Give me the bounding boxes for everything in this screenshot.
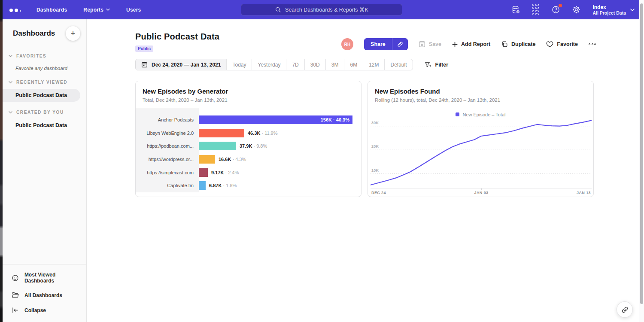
section-label: RECENTLY VIEWED (16, 80, 67, 85)
preset-yesterday[interactable]: Yesterday (252, 59, 286, 70)
chevron-down-icon (630, 8, 635, 12)
x-tick-label: DEC 24 (371, 191, 386, 195)
nav-item-label: Dashboards (36, 7, 67, 13)
bar[interactable] (199, 168, 208, 177)
date-range-label: Dec 24, 2020 — Jan 13, 2021 (152, 62, 221, 68)
preset-7d[interactable]: 7D (286, 59, 304, 70)
page-title: Public Podcast Data (135, 32, 219, 42)
sidebar-item-public-podcast-data[interactable]: Public Podcast Data (3, 89, 80, 102)
bar-row[interactable]: Captivate.fm6.87K · 1.8% (136, 179, 361, 192)
main-content: Public Podcast Data Public RH Share Save… (87, 19, 644, 322)
share-button[interactable]: Share (364, 38, 408, 50)
section-created-by-you[interactable]: CREATED BY YOU (3, 110, 86, 115)
section-favorites[interactable]: FAVORITES (3, 54, 86, 58)
bar-category-label: Libsyn WebEngine 2.0 (136, 131, 199, 136)
nav-item-users[interactable]: Users (126, 7, 141, 13)
nav-item-dashboards[interactable]: Dashboards (36, 7, 67, 13)
date-range-picker[interactable]: Dec 24, 2020 — Jan 13, 2021 (136, 59, 227, 70)
search-placeholder: Search Dashboards & Reports ⌘K (285, 6, 368, 13)
app-logo-icon[interactable] (9, 8, 21, 12)
bar-row[interactable]: https://wordpress.or...16.6K · 4.3% (136, 153, 361, 166)
copy-link-button[interactable] (392, 38, 408, 50)
footer-label: Collapse (24, 307, 46, 313)
bar-row[interactable]: Libsyn WebEngine 2.046.3K · 11.9% (136, 127, 361, 140)
bar-category-label: Captivate.fm (136, 183, 199, 188)
preset-30d[interactable]: 30D (305, 59, 326, 70)
card-new-episodes-found[interactable]: New Episodes Found Rolling (12 hours), t… (368, 81, 594, 197)
nav-item-reports[interactable]: Reports (83, 7, 110, 13)
section-recently-viewed[interactable]: RECENTLY VIEWED (3, 80, 86, 85)
calendar-icon (141, 61, 148, 68)
save-button[interactable]: Save (419, 41, 441, 48)
preset-12m[interactable]: 12M (363, 59, 385, 70)
preset-6m[interactable]: 6M (344, 59, 363, 70)
report-cards: New Episodes by Generator Total, Dec 24t… (135, 81, 594, 197)
chevron-down-icon (9, 111, 12, 114)
sidebar-title: Dashboards (13, 29, 55, 38)
nav-right-cluster: Index All Project Data (511, 0, 635, 19)
bar-row[interactable]: https://podbean.com...37.9K · 9.8% (136, 140, 361, 153)
footer-label: All Dashboards (24, 292, 62, 298)
chart-legend[interactable]: New Episode – Total (368, 108, 593, 118)
sidebar-item-public-podcast-data-created[interactable]: Public Podcast Data (3, 119, 86, 132)
save-icon (419, 41, 425, 48)
add-report-button[interactable]: Add Report (452, 41, 490, 47)
nav-item-label: Users (126, 7, 141, 13)
bar-value-label: 37.9K · 9.8% (240, 143, 267, 149)
project-subtitle: All Project Data (592, 10, 626, 15)
x-tick-label: JAN 13 (577, 191, 591, 195)
share-label: Share (364, 38, 392, 50)
bar[interactable] (199, 129, 244, 137)
help-icon[interactable] (551, 5, 560, 14)
bar-category-label: https://simplecast.com (136, 170, 199, 175)
bar[interactable]: 156K · 40.3% (199, 115, 352, 124)
bar-category-label: https://podbean.com... (136, 143, 199, 149)
filter-label: Filter (435, 62, 449, 68)
top-nav: Dashboards Reports Users Search Dashboar… (3, 0, 644, 19)
data-sources-icon[interactable] (511, 5, 520, 14)
section-label: CREATED BY YOU (16, 110, 64, 115)
line-series[interactable] (371, 120, 592, 185)
share-link-floating-button[interactable] (617, 301, 633, 318)
header-actions: RH Share Save Add Report Duplicate (341, 38, 596, 50)
duplicate-icon (501, 41, 508, 48)
most-viewed-dashboards-button[interactable]: Most Viewed Dashboards (3, 268, 86, 288)
project-switcher[interactable]: Index All Project Data (592, 4, 635, 15)
page-scrollbar (639, 0, 644, 322)
scrollbar-thumb[interactable] (640, 3, 643, 304)
filter-button[interactable]: Filter (425, 61, 449, 68)
save-label: Save (429, 41, 441, 47)
bar-value-label: 9.17K · 2.4% (211, 170, 239, 175)
avatar[interactable]: RH (341, 38, 353, 50)
search-input[interactable]: Search Dashboards & Reports ⌘K (241, 4, 402, 15)
more-options-button[interactable] (589, 43, 596, 45)
bar[interactable] (199, 155, 215, 164)
nav-menu: Dashboards Reports Users (36, 7, 141, 13)
bar-value-label: 156K · 40.3% (321, 117, 349, 122)
collapse-sidebar-button[interactable]: Collapse (3, 303, 86, 318)
sidebar: Dashboards + FAVORITES Favorite any dash… (3, 19, 87, 322)
bar-value-label: 6.87K · 1.8% (209, 183, 237, 188)
bar[interactable] (199, 181, 206, 190)
line-plot-area: 10K20K30K (371, 118, 592, 188)
preset-today[interactable]: Today (227, 59, 252, 70)
x-tick-label: JAN 03 (474, 191, 489, 195)
link-icon (397, 41, 403, 47)
preset-3m[interactable]: 3M (326, 59, 345, 70)
bar-row[interactable]: Anchor Podcasts156K · 40.3% (136, 113, 361, 127)
card-new-episodes-by-generator[interactable]: New Episodes by Generator Total, Dec 24t… (135, 81, 361, 197)
search-icon (275, 6, 281, 13)
all-dashboards-button[interactable]: All Dashboards (3, 288, 86, 303)
apps-grid-icon[interactable] (532, 4, 540, 15)
favorite-button[interactable]: Favorite (546, 41, 578, 48)
duplicate-button[interactable]: Duplicate (501, 41, 535, 48)
line-chart-svg (371, 118, 592, 188)
bar-value-label: 46.3K · 11.9% (248, 131, 278, 136)
new-dashboard-button[interactable]: + (66, 26, 80, 41)
bar[interactable] (199, 142, 236, 150)
app-window: Dashboards Reports Users Search Dashboar… (0, 0, 644, 322)
bar-row[interactable]: https://simplecast.com9.17K · 2.4% (136, 166, 361, 179)
preset-default[interactable]: Default (385, 59, 412, 70)
legend-swatch (456, 112, 459, 116)
settings-gear-icon[interactable] (572, 5, 581, 14)
